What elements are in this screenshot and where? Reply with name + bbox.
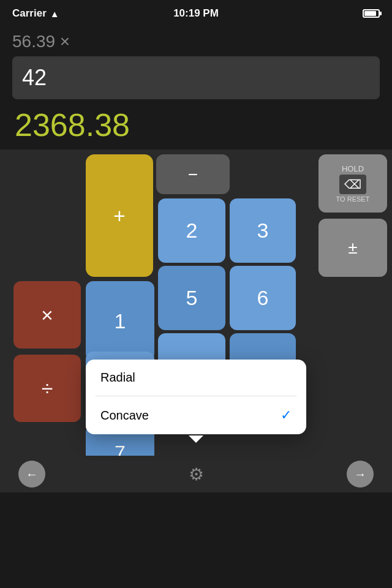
prev-expression: 56.39 × — [12, 32, 380, 51]
status-left: Carrier ▲ — [12, 7, 59, 20]
status-bar: Carrier ▲ 10:19 PM — [0, 0, 392, 27]
battery-icon — [363, 9, 380, 18]
radial-label: Radial — [100, 371, 135, 385]
status-time: 10:19 PM — [173, 7, 219, 20]
result-value: 2368.38 — [12, 107, 380, 143]
carrier-label: Carrier — [12, 7, 47, 20]
status-right — [363, 9, 380, 18]
keyboard-area: HOLD ⌫ TO RESET ± − + × ÷ 3 2 — [0, 149, 392, 492]
radial-option[interactable]: Radial — [86, 360, 306, 396]
current-input-box: 42 — [12, 56, 380, 99]
selected-checkmark: ✓ — [281, 407, 292, 423]
concave-label: Concave — [100, 409, 149, 423]
dropdown-overlay: Radial Concave ✓ — [0, 149, 392, 492]
display-area: 56.39 × 42 2368.38 — [0, 27, 392, 149]
current-input-value: 42 — [22, 65, 47, 90]
concave-option[interactable]: Concave ✓ — [86, 396, 306, 434]
wifi-icon: ▲ — [50, 9, 59, 19]
keyboard-style-dropdown: Radial Concave ✓ — [86, 360, 306, 434]
dropdown-arrow — [189, 435, 203, 443]
